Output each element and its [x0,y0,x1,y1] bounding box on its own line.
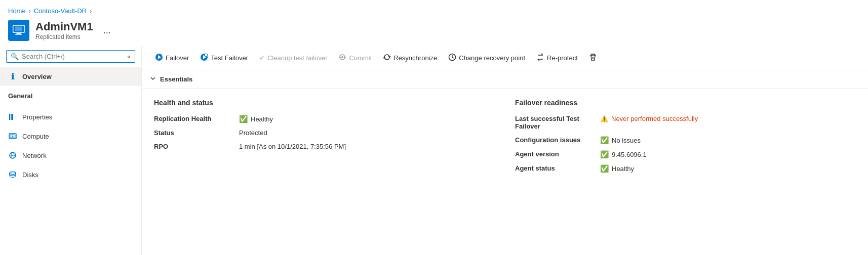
healthy-check-icon: ✅ [239,115,248,123]
general-section-label: General [0,86,141,103]
config-issues-label: Configuration issues [515,136,596,144]
page-title: AdminVM1 [35,20,93,33]
agent-version-check-icon: ✅ [600,150,609,158]
failover-icon [155,53,163,63]
content-body: Health and status Replication Health ✅ H… [142,89,868,189]
breadcrumb-sep1: › [29,8,31,15]
re-protect-button[interactable]: Re-protect [531,50,583,66]
info-icon: ℹ [8,72,17,81]
sidebar-item-disks[interactable]: Disks [0,165,141,184]
computer-icon [12,23,26,37]
disks-icon [8,170,17,179]
agent-status-row: Agent status ✅ Healthy [515,164,856,173]
failover-readiness-section: Failover readiness Last successful Test … [515,99,856,179]
vm-icon [8,20,29,41]
last-test-failover-row: Last successful Test Failover ⚠️ Never p… [515,115,856,130]
sidebar-item-overview[interactable]: ℹ Overview [0,67,141,86]
chevron-down-icon [150,75,156,83]
clock-icon [448,53,456,63]
header-text: AdminVM1 Replicated items [35,20,93,40]
agent-version-value: ✅ 9.45.6096.1 [600,150,647,158]
sidebar-item-properties[interactable]: Properties [0,107,141,126]
toolbar: Failover ✓ Test Failover ✓ Cleanup test … [142,46,868,70]
overview-label: Overview [22,73,52,80]
config-check-icon: ✅ [600,136,609,144]
status-value: Protected [239,129,267,137]
change-recovery-point-button[interactable]: Change recovery point [443,50,530,66]
breadcrumb-home[interactable]: Home [8,7,26,15]
trash-icon [589,53,597,63]
breadcrumb: Home › Contoso-Vault-DR › [0,0,868,18]
check-icon: ✓ [259,54,265,62]
page-header: AdminVM1 Replicated items ... [0,18,868,46]
svg-rect-5 [15,34,22,35]
svg-point-15 [10,172,16,175]
agent-status-label: Agent status [515,164,596,172]
svg-rect-4 [16,33,21,34]
test-failover-button[interactable]: ✓ Test Failover [195,50,253,66]
agent-version-row: Agent version ✅ 9.45.6096.1 [515,150,856,158]
reprotect-icon [536,53,544,63]
search-bar: 🔍 « [6,50,135,63]
page-subtitle: Replicated items [35,33,93,40]
failover-section-title: Failover readiness [515,99,856,107]
collapse-button[interactable]: « [127,53,131,60]
properties-icon [8,112,17,121]
search-input[interactable] [22,53,124,60]
rpo-value: 1 min [As on 10/1/2021, 7:35:56 PM] [239,143,346,150]
properties-label: Properties [22,113,52,121]
rpo-label: RPO [154,143,235,150]
svg-rect-6 [9,114,10,120]
content-area: Failover ✓ Test Failover ✓ Cleanup test … [142,46,868,255]
svg-rect-7 [11,114,12,120]
more-button[interactable]: ... [99,23,115,38]
agent-version-label: Agent version [515,150,596,158]
failover-button[interactable]: Failover [150,50,194,66]
config-issues-row: Configuration issues ✅ No issues [515,136,856,144]
replication-health-label: Replication Health [154,115,235,122]
network-icon [8,151,17,160]
sidebar-item-network[interactable]: Network [0,146,141,165]
essentials-header[interactable]: Essentials [142,70,868,89]
rpo-row: RPO 1 min [As on 10/1/2021, 7:35:56 PM] [154,143,495,150]
svg-rect-3 [15,26,22,31]
resynchronize-button[interactable]: Resynchronize [378,50,442,66]
replication-health-row: Replication Health ✅ Healthy [154,115,495,123]
commit-icon [338,53,346,63]
config-issues-value: ✅ No issues [600,136,641,144]
breadcrumb-sep2: › [90,8,92,15]
commit-button[interactable]: Commit [333,50,377,66]
never-performed-link[interactable]: Never performed successfully [611,115,698,122]
agent-status-value: ✅ Healthy [600,164,634,173]
main-layout: 🔍 « ℹ Overview General Properties Comput… [0,46,868,255]
status-row: Status Protected [154,129,495,137]
svg-text:✓: ✓ [206,55,207,57]
cleanup-test-failover-button[interactable]: ✓ Cleanup test failover [254,51,333,65]
delete-button[interactable] [584,50,602,66]
last-test-failover-label: Last successful Test Failover [515,115,596,130]
status-label: Status [154,129,235,137]
compute-label: Compute [22,133,49,140]
health-section-title: Health and status [154,99,495,107]
resync-icon [383,53,391,63]
warning-icon: ⚠️ [600,115,608,122]
test-failover-icon: ✓ [200,53,208,63]
svg-point-23 [341,56,343,58]
replication-health-value: ✅ Healthy [239,115,273,123]
sidebar-item-compute[interactable]: Compute [0,126,141,146]
agent-status-check-icon: ✅ [600,164,609,173]
sidebar: 🔍 « ℹ Overview General Properties Comput… [0,46,142,255]
svg-point-11 [12,136,14,137]
breadcrumb-vault[interactable]: Contoso-Vault-DR [34,7,87,15]
essentials-label: Essentials [160,75,192,83]
nav-divider [8,105,133,105]
last-test-failover-value: ⚠️ Never performed successfully [600,115,698,122]
health-status-section: Health and status Replication Health ✅ H… [154,99,495,179]
svg-rect-8 [12,114,13,120]
network-label: Network [22,152,47,159]
disks-label: Disks [22,171,38,179]
compute-icon [8,132,17,141]
search-icon: 🔍 [11,53,19,60]
